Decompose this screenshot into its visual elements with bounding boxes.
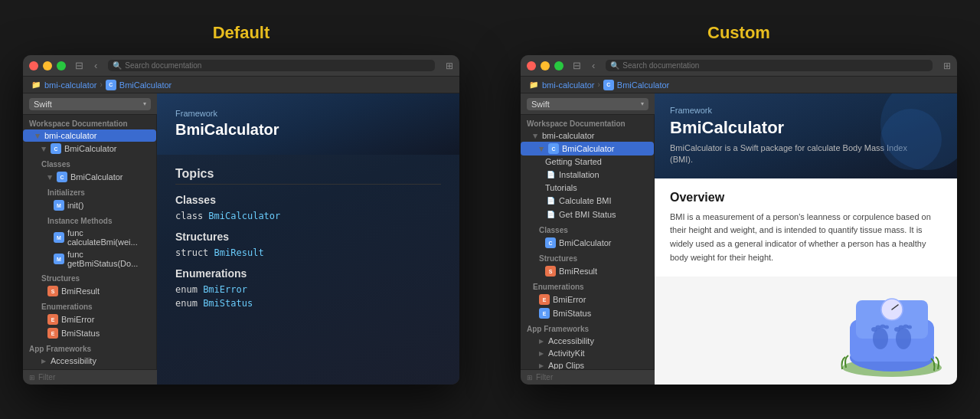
sidebar-item-BmiStatus-custom[interactable]: E BmiStatus: [521, 306, 654, 320]
structures-code-default: struct BmiResult: [175, 247, 441, 258]
sidebar-toolbar-default: Swift ▾: [23, 93, 157, 115]
nav-back-custom[interactable]: ‹: [592, 60, 595, 71]
sidebar-item-tutorials[interactable]: Tutorials: [521, 182, 654, 194]
method-icon-2: M: [54, 232, 64, 243]
search-input-custom[interactable]: [622, 61, 928, 70]
search-bar-custom[interactable]: 🔍: [606, 60, 933, 71]
folder-icon-custom: 📁: [528, 80, 539, 90]
sidebar-item-bmi-calculator[interactable]: ▶ bmi-calculator: [23, 129, 156, 142]
class-icon-3: C: [545, 237, 556, 248]
framework-label-default: Framework: [175, 109, 441, 118]
sidebar-item-bmicalculator-custom[interactable]: ▶ C BmiCalculator: [521, 142, 654, 155]
share-icon-custom[interactable]: ⊞: [943, 61, 951, 71]
enum-icon-2-custom: E: [539, 308, 550, 319]
swift-selector-default[interactable]: Swift ▾: [29, 98, 151, 110]
close-button-custom[interactable]: [527, 61, 536, 70]
filter-icon-custom: ⊞: [527, 374, 533, 381]
maximize-button[interactable]: [57, 61, 66, 70]
class-code-type[interactable]: BmiCalculator: [208, 211, 280, 221]
breadcrumb-project[interactable]: bmi-calculator: [44, 80, 96, 90]
installation-label: Installation: [559, 170, 599, 179]
sidebar-bmicalculator-class-label: BmiCalculator: [70, 172, 122, 182]
framework-subtitle-custom: BmiCalculator is a Swift package for cal…: [670, 142, 915, 166]
sidebar-toggle-icon[interactable]: ⊟: [75, 60, 83, 71]
chevron-bmi-custom: ▶: [538, 146, 545, 151]
appclips-custom-label: App Clips: [548, 361, 584, 369]
chevron-a-custom: ▶: [539, 338, 544, 345]
minimize-button-custom[interactable]: [541, 61, 550, 70]
chevron-icon-2: ▶: [47, 175, 54, 179]
appframeworks-section-label: App Frameworks: [23, 340, 156, 355]
BmiStatus-label: BmiStatus: [61, 329, 100, 338]
search-input-default[interactable]: [125, 61, 430, 70]
sidebar-item-get-bmi-status[interactable]: 📄 Get BMI Status: [521, 208, 654, 221]
bmicalculator-label-custom: BmiCalculator: [562, 144, 614, 153]
tutorials-label: Tutorials: [545, 183, 577, 192]
BmiError-custom-label: BmiError: [553, 295, 586, 304]
filter-bar-custom[interactable]: ⊞ Filter: [521, 369, 655, 385]
sidebar-item-getBmiStatus[interactable]: M func getBmiStatus(Do...: [23, 248, 156, 270]
sidebar-toolbar-custom: Swift ▾: [521, 93, 655, 115]
custom-content-body: Overview BMI is a measurement of a perso…: [655, 178, 957, 277]
sidebar-item-activitykit-custom[interactable]: ▶ ActivityKit: [521, 347, 654, 359]
search-bar-default[interactable]: 🔍: [108, 60, 435, 71]
accessibility-label: Accessibility: [51, 356, 96, 365]
minimize-button[interactable]: [43, 61, 52, 70]
svg-point-11: [899, 326, 904, 329]
calculateBmi-label: func calculateBmi(wei...: [67, 228, 150, 247]
decorative-circle-2: [880, 109, 942, 170]
enum2-code-type[interactable]: BmiStatus: [203, 298, 253, 309]
share-icon[interactable]: ⊞: [446, 61, 453, 71]
nav-back[interactable]: ‹: [94, 60, 97, 71]
breadcrumb-project-custom[interactable]: bmi-calculator: [542, 80, 594, 90]
breadcrumb-class[interactable]: BmiCalculator: [119, 80, 172, 90]
content-area-custom: Swift ▾ Workspace Documentation ▶ bmi-ca…: [521, 93, 957, 385]
sidebar-item-appclips-custom[interactable]: ▶ App Clips: [521, 359, 654, 369]
filter-bar-default[interactable]: ⊞ Filter: [23, 369, 157, 385]
swift-selector-custom[interactable]: Swift ▾: [527, 98, 648, 110]
chevron-ak-custom: ▶: [539, 350, 544, 357]
method-icon-3: M: [54, 254, 64, 264]
chevron-open-icon: ▶: [34, 133, 41, 138]
initializers-label: Initializers: [23, 184, 156, 198]
sidebar-item-accessibility-custom[interactable]: ▶ Accessibility: [521, 335, 654, 347]
class-icon: C: [51, 143, 61, 154]
swift-selector-label-custom: Swift: [531, 100, 550, 109]
sidebar-item-init[interactable]: M init(): [23, 198, 156, 212]
sidebar-item-BmiError-custom[interactable]: E BmiError: [521, 293, 654, 306]
chevron-open-custom: ▶: [532, 133, 539, 138]
class-icon-bc: C: [106, 80, 116, 90]
sidebar-item-BmiResult[interactable]: S BmiResult: [23, 284, 156, 298]
sidebar-item-BmiError[interactable]: E BmiError: [23, 313, 156, 326]
breadcrumb-class-custom[interactable]: BmiCalculator: [617, 80, 669, 90]
init-label: init(): [67, 201, 83, 210]
classes-section-custom: Classes: [521, 221, 654, 236]
enum1-code-type[interactable]: BmiError: [203, 284, 247, 295]
sidebar-item-bmi-calculator-custom[interactable]: ▶ bmi-calculator: [521, 129, 654, 142]
sidebar-item-getting-started[interactable]: Getting Started: [521, 155, 654, 168]
custom-window: ⊟ ‹ 🔍 ⊞ 📁 bmi-calculator › C BmiCalculat…: [521, 55, 957, 385]
sidebar-item-bmiresult-custom[interactable]: S BmiResult: [521, 264, 654, 278]
chevron-icon: ▶: [41, 146, 47, 151]
bmiresult-custom-label: BmiResult: [559, 267, 597, 276]
sidebar-item-bmicalculator-class-custom[interactable]: C BmiCalculator: [521, 236, 654, 250]
sidebar-item-BmiStatus[interactable]: E BmiStatus: [23, 326, 156, 340]
sidebar-item-installation[interactable]: 📄 Installation: [521, 168, 654, 182]
overview-text: BMI is a measurement of a person's leann…: [670, 211, 942, 264]
title-bar-default: ⊟ ‹ 🔍 ⊞: [23, 55, 459, 77]
maximize-button-custom[interactable]: [554, 61, 564, 70]
svg-point-13: [907, 326, 912, 329]
doc-icon-calcbmi: 📄: [545, 195, 556, 206]
sidebar-item-bmicalculator-top[interactable]: ▶ C BmiCalculator: [23, 142, 156, 155]
sidebar-toggle-custom[interactable]: ⊟: [573, 60, 581, 71]
sidebar-item-calculate-bmi[interactable]: 📄 Calculate BMI: [521, 194, 654, 208]
struct-code-type[interactable]: BmiResult: [214, 247, 264, 258]
close-button[interactable]: [29, 61, 38, 70]
workspace-label: Workspace Documentation: [23, 115, 156, 129]
topics-heading-default: Topics: [175, 167, 441, 185]
sidebar-item-calculateBmi[interactable]: M func calculateBmi(wei...: [23, 227, 156, 248]
sidebar-item-accessibility[interactable]: ▶ Accessibility: [23, 355, 156, 367]
enumerations-section-custom: Enumerations: [521, 278, 654, 293]
sidebar-item-bmicalculator-class[interactable]: ▶ C BmiCalculator: [23, 170, 156, 184]
accessibility-custom-label: Accessibility: [548, 336, 594, 345]
